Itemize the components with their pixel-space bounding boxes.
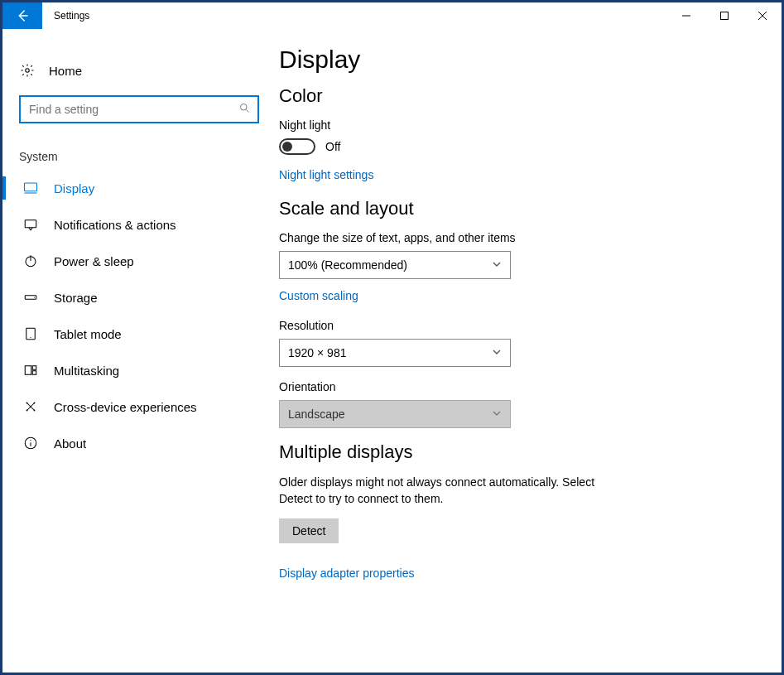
- orientation-label: Orientation: [279, 380, 748, 393]
- resolution-value: 1920 × 981: [288, 346, 346, 359]
- custom-scaling-link[interactable]: Custom scaling: [279, 289, 358, 302]
- scale-size-label: Change the size of text, apps, and other…: [279, 231, 748, 244]
- info-icon: [22, 436, 39, 451]
- night-light-state: Off: [325, 140, 340, 153]
- group-scale-heading: Scale and layout: [279, 198, 748, 219]
- close-icon: [758, 12, 767, 20]
- multidisplay-description: Older displays might not always connect …: [279, 475, 627, 507]
- window-title: Settings: [42, 2, 89, 29]
- sidebar-item-about[interactable]: About: [2, 425, 276, 461]
- chevron-down-icon: [492, 346, 502, 359]
- sidebar-item-storage[interactable]: Storage: [2, 279, 276, 316]
- titlebar: Settings: [2, 2, 782, 29]
- svg-line-6: [246, 109, 248, 112]
- content-area: Display Color Night light Off Night ligh…: [276, 29, 782, 673]
- night-light-toggle[interactable]: [279, 138, 315, 155]
- night-light-label: Night light: [279, 118, 748, 132]
- sidebar-item-label: Cross-device experiences: [54, 400, 197, 414]
- sidebar-item-label: About: [54, 436, 86, 451]
- sidebar-item-tablet[interactable]: Tablet mode: [2, 316, 276, 352]
- chevron-down-icon: [492, 407, 502, 421]
- group-multidisplay-heading: Multiple displays: [279, 441, 748, 463]
- home-label: Home: [49, 64, 82, 78]
- back-button[interactable]: [2, 2, 42, 29]
- sidebar: Home System Display Notifications & acti…: [2, 29, 276, 673]
- sidebar-item-label: Display: [54, 181, 94, 195]
- gear-icon: [19, 63, 36, 78]
- sidebar-item-label: Storage: [54, 291, 98, 305]
- orientation-value: Landscape: [288, 407, 345, 421]
- sidebar-item-multitasking[interactable]: Multitasking: [2, 352, 276, 388]
- toggle-knob: [282, 142, 292, 152]
- home-link[interactable]: Home: [2, 54, 276, 87]
- close-button[interactable]: [743, 2, 782, 29]
- maximize-button[interactable]: [705, 2, 743, 29]
- sidebar-item-display[interactable]: Display: [2, 170, 276, 206]
- resolution-dropdown[interactable]: 1920 × 981: [279, 339, 511, 367]
- svg-point-4: [26, 69, 30, 73]
- minimize-icon: [682, 12, 690, 20]
- chevron-down-icon: [492, 258, 502, 272]
- svg-rect-7: [25, 183, 37, 191]
- svg-rect-16: [25, 366, 31, 375]
- tablet-icon: [22, 326, 39, 341]
- svg-rect-9: [25, 220, 36, 228]
- back-arrow-icon: [15, 8, 30, 23]
- page-title: Display: [279, 46, 748, 74]
- monitor-icon: [22, 181, 39, 195]
- scale-dropdown[interactable]: 100% (Recommended): [279, 251, 511, 279]
- adapter-properties-link[interactable]: Display adapter properties: [279, 567, 414, 580]
- sidebar-section-header: System: [2, 137, 276, 170]
- multitasking-icon: [22, 363, 39, 378]
- svg-rect-17: [32, 366, 36, 370]
- notification-icon: [22, 217, 39, 232]
- sidebar-item-power[interactable]: Power & sleep: [2, 243, 276, 279]
- storage-icon: [22, 290, 39, 305]
- svg-point-13: [34, 297, 35, 297]
- svg-point-5: [241, 104, 248, 111]
- group-color-heading: Color: [279, 85, 748, 107]
- sidebar-item-label: Power & sleep: [54, 254, 134, 268]
- sidebar-item-crossdevice[interactable]: Cross-device experiences: [2, 388, 276, 425]
- crossdevice-icon: [22, 399, 39, 414]
- svg-point-28: [30, 440, 31, 441]
- sidebar-item-notifications[interactable]: Notifications & actions: [2, 206, 276, 243]
- search-input[interactable]: [27, 102, 238, 117]
- sidebar-item-label: Multitasking: [54, 364, 119, 378]
- maximize-icon: [720, 12, 729, 20]
- minimize-button[interactable]: [667, 2, 705, 29]
- sidebar-item-label: Tablet mode: [54, 327, 122, 341]
- resolution-label: Resolution: [279, 319, 748, 332]
- detect-button[interactable]: Detect: [279, 518, 339, 543]
- power-icon: [22, 253, 39, 268]
- search-box[interactable]: [19, 95, 259, 123]
- search-icon: [238, 102, 251, 117]
- orientation-dropdown: Landscape: [279, 400, 511, 428]
- sidebar-item-label: Notifications & actions: [54, 218, 176, 232]
- svg-rect-1: [721, 12, 729, 20]
- scale-value: 100% (Recommended): [288, 258, 407, 272]
- svg-point-15: [30, 337, 31, 338]
- svg-rect-18: [32, 371, 36, 375]
- night-light-settings-link[interactable]: Night light settings: [279, 168, 373, 181]
